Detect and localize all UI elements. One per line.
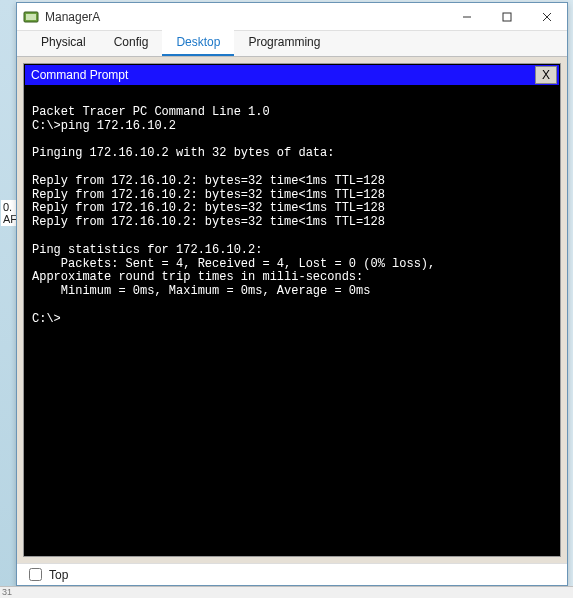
top-label[interactable]: Top (49, 568, 68, 582)
close-button[interactable] (527, 3, 567, 30)
command-prompt-close-button[interactable]: X (535, 66, 557, 84)
bg-line1: 0. (3, 201, 12, 213)
footer-bar: Top (17, 563, 567, 585)
command-prompt-window: Command Prompt X Packet Tracer PC Comman… (23, 63, 561, 557)
maximize-button[interactable] (487, 3, 527, 30)
tab-config[interactable]: Config (100, 30, 163, 56)
top-checkbox[interactable] (29, 568, 42, 581)
app-icon (23, 9, 39, 25)
command-prompt-titlebar[interactable]: Command Prompt X (24, 64, 560, 86)
window-controls (447, 3, 567, 30)
background-panel (0, 0, 16, 598)
minimize-button[interactable] (447, 3, 487, 30)
window-title: ManagerA (45, 10, 447, 24)
tabbar: Physical Config Desktop Programming (17, 31, 567, 57)
status-text: 31 (2, 587, 12, 597)
workspace: Command Prompt X Packet Tracer PC Comman… (17, 57, 567, 563)
tab-desktop[interactable]: Desktop (162, 30, 234, 56)
command-prompt-title: Command Prompt (31, 68, 535, 82)
status-strip: 31 (0, 586, 573, 598)
bg-line2: AF (3, 213, 17, 225)
svg-rect-3 (503, 13, 511, 21)
terminal-output[interactable]: Packet Tracer PC Command Line 1.0 C:\>pi… (24, 86, 560, 556)
app-window: ManagerA Physical Config Desktop Program… (16, 2, 568, 586)
svg-rect-1 (26, 14, 36, 20)
tab-physical[interactable]: Physical (27, 30, 100, 56)
tab-programming[interactable]: Programming (234, 30, 334, 56)
titlebar[interactable]: ManagerA (17, 3, 567, 31)
